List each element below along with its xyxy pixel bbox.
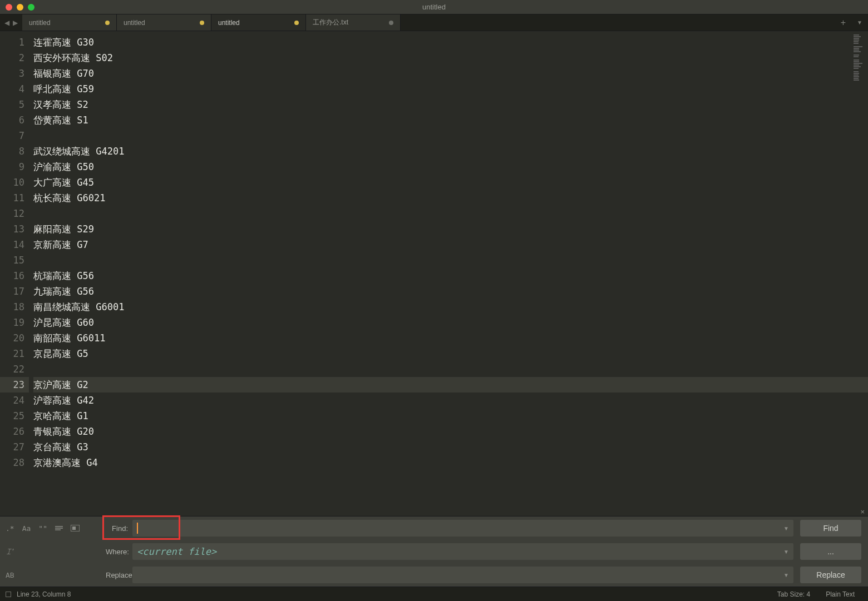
line-number[interactable]: 24 (0, 393, 29, 408)
line-number[interactable]: 9 (0, 159, 29, 175)
code-content[interactable]: 连霍高速 G30西安外环高速 S02福银高速 G70呼北高速 G59汉孝高速 S… (29, 31, 868, 516)
replace-input-wrap[interactable]: ▼ (132, 567, 793, 583)
tab-size-selector[interactable]: Tab Size: 4 (770, 590, 818, 598)
where-browse-button[interactable]: ... (800, 543, 861, 560)
line-number[interactable]: 13 (0, 221, 29, 237)
in-selection-toggle[interactable] (71, 525, 80, 532)
panel-switcher-icon[interactable] (6, 592, 11, 597)
line-number[interactable]: 23 (0, 377, 29, 393)
replace-input[interactable] (137, 570, 780, 579)
line-number[interactable]: 16 (0, 268, 29, 284)
code-line[interactable]: 沪渝高速 G50 (33, 159, 868, 175)
line-number[interactable]: 3 (0, 66, 29, 81)
code-line[interactable]: 京新高速 G7 (33, 237, 868, 252)
window-maximize-button[interactable] (28, 4, 34, 11)
find-input[interactable] (138, 524, 780, 533)
new-tab-button[interactable]: + (835, 14, 851, 31)
line-number[interactable]: 11 (0, 190, 29, 206)
line-number[interactable]: 6 (0, 112, 29, 128)
tab-0[interactable]: untitled (22, 14, 117, 31)
find-history-dropdown[interactable]: ▼ (780, 525, 789, 532)
code-line[interactable]: 汉孝高速 S2 (33, 97, 868, 112)
code-line[interactable] (33, 128, 868, 143)
code-line[interactable]: 京港澳高速 G4 (33, 455, 868, 470)
code-line[interactable]: 京台高速 G3 (33, 439, 868, 455)
line-number[interactable]: 28 (0, 455, 29, 470)
code-line[interactable] (33, 252, 868, 268)
code-line[interactable]: 青银高速 G20 (33, 424, 868, 439)
line-number[interactable]: 27 (0, 439, 29, 455)
editor-area[interactable]: 1234567891011121314151617181920212223242… (0, 31, 868, 516)
code-line[interactable]: 南韶高速 G6011 (33, 330, 868, 346)
tab-history-back-icon[interactable]: ◀ (3, 19, 11, 27)
tab-3[interactable]: 工作办公.txt (306, 14, 401, 31)
code-line[interactable]: 沪昆高速 G60 (33, 315, 868, 330)
modified-indicator-icon[interactable] (294, 21, 299, 25)
code-line[interactable]: 南昌绕城高速 G6001 (33, 299, 868, 315)
replace-history-dropdown[interactable]: ▼ (780, 572, 789, 578)
code-line[interactable]: 西安外环高速 S02 (33, 50, 868, 66)
line-number[interactable]: 12 (0, 206, 29, 221)
syntax-selector[interactable]: Plain Text (818, 590, 862, 598)
code-line[interactable]: 连霍高速 G30 (33, 34, 868, 50)
modified-indicator-icon[interactable] (105, 21, 110, 25)
code-line[interactable]: 呼北高速 G59 (33, 81, 868, 97)
line-number[interactable]: 1 (0, 34, 29, 50)
tab-close-icon[interactable] (389, 21, 393, 25)
line-number[interactable]: 22 (0, 361, 29, 377)
code-line[interactable]: 麻阳高速 S29 (33, 221, 868, 237)
code-line[interactable]: 大广高速 G45 (33, 175, 868, 190)
code-line[interactable]: 京沪高速 G2 (33, 377, 868, 393)
line-number[interactable]: 8 (0, 143, 29, 159)
tab-history-forward-icon[interactable]: ▶ (12, 19, 19, 27)
code-line[interactable]: 福银高速 G70 (33, 66, 868, 81)
cursor-position[interactable]: Line 23, Column 8 (17, 590, 71, 598)
regex-toggle[interactable]: .* (6, 524, 14, 533)
line-number[interactable]: 7 (0, 128, 29, 143)
wrap-toggle[interactable] (55, 525, 63, 531)
line-number[interactable]: 25 (0, 408, 29, 424)
line-number[interactable]: 20 (0, 330, 29, 346)
tab-bar: ◀ ▶ untitleduntitleduntitled工作办公.txt + ▼ (0, 14, 868, 31)
tab-2[interactable]: untitled (211, 14, 306, 31)
line-number[interactable]: 15 (0, 252, 29, 268)
code-line[interactable]: 杭瑞高速 G56 (33, 268, 868, 284)
line-number[interactable]: 14 (0, 237, 29, 252)
code-line[interactable]: 沪蓉高速 G42 (33, 393, 868, 408)
line-number[interactable]: 17 (0, 284, 29, 299)
code-line[interactable] (33, 206, 868, 221)
line-number[interactable]: 2 (0, 50, 29, 66)
line-number[interactable]: 10 (0, 175, 29, 190)
line-number[interactable]: 18 (0, 299, 29, 315)
tab-overflow-menu[interactable]: ▼ (851, 14, 868, 31)
code-line[interactable]: 京哈高速 G1 (33, 408, 868, 424)
code-line[interactable]: 杭长高速 G6021 (33, 190, 868, 206)
code-line[interactable] (33, 361, 868, 377)
code-line[interactable]: 九瑞高速 G56 (33, 284, 868, 299)
where-input-wrap[interactable]: <current file> ▼ (132, 543, 793, 560)
line-number[interactable]: 26 (0, 424, 29, 439)
replace-button[interactable]: Replace (800, 567, 861, 583)
code-line[interactable]: 武汉绕城高速 G4201 (33, 143, 868, 159)
line-number[interactable]: 21 (0, 346, 29, 361)
preserve-case-toggle[interactable]: AB (6, 571, 14, 579)
window-minimize-button[interactable] (17, 4, 23, 11)
context-toggle[interactable]: 𝙸' (6, 547, 13, 557)
window-close-button[interactable] (6, 4, 12, 11)
minimap[interactable] (854, 34, 868, 81)
code-line[interactable]: 岱黄高速 S1 (33, 112, 868, 128)
tab-1[interactable]: untitled (117, 14, 211, 31)
find-input-wrap[interactable]: ▼ (132, 520, 793, 537)
tab-label: untitled (218, 19, 240, 27)
where-history-dropdown[interactable]: ▼ (780, 549, 789, 555)
find-button[interactable]: Find (800, 520, 861, 537)
modified-indicator-icon[interactable] (200, 21, 204, 25)
whole-word-toggle[interactable]: "" (38, 524, 47, 533)
line-number[interactable]: 5 (0, 97, 29, 112)
close-panel-icon[interactable]: × (860, 508, 865, 516)
line-number[interactable]: 19 (0, 315, 29, 330)
code-line[interactable]: 京昆高速 G5 (33, 346, 868, 361)
tab-label: untitled (29, 19, 51, 27)
case-sensitive-toggle[interactable]: Aa (22, 524, 31, 533)
line-number[interactable]: 4 (0, 81, 29, 97)
